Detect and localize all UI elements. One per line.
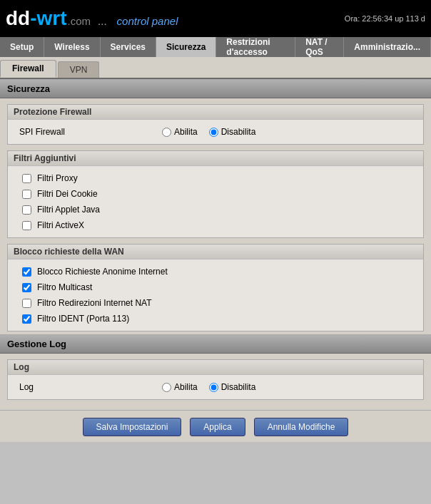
logo-cp: control panel [117,15,178,27]
nav-setup[interactable]: Setup [0,37,44,57]
page-section-title: Sicurezza [0,79,431,98]
log-subsection-title: Log [8,360,423,375]
log-disable-text: Disabilita [221,382,256,392]
logo: dd-wrt.com ... control panel [6,7,178,30]
nav-sicurezza[interactable]: Sicurezza [156,37,216,57]
filter-cookie-label[interactable]: Filtri Dei Cookie [37,189,98,199]
firewall-protection-section: Protezione Firewall SPI Firewall Abilita… [7,104,424,145]
logo-ellipsis: ... [98,15,107,27]
wan-ident-label[interactable]: Filtro IDENT (Porta 113) [37,314,129,324]
wan-anon-label[interactable]: Blocco Richieste Anonime Internet [37,267,168,277]
wan-ident-row: Filtro IDENT (Porta 113) [14,311,417,326]
subtabs: Firewall VPN [0,57,431,79]
wan-block-section: Blocco richieste della WAN Blocco Richie… [7,244,424,331]
header-status: Ora: 22:56:34 up 113 d [345,14,425,23]
spi-disable-label[interactable]: Disabilita [209,127,256,137]
wan-multicast-label[interactable]: Filtro Multicast [37,282,92,292]
apply-button[interactable]: Applica [190,418,245,436]
tab-firewall[interactable]: Firewall [0,60,56,78]
log-enable-radio[interactable] [162,383,171,392]
nav-amministrazione[interactable]: Amministrazio... [344,37,431,57]
spi-enable-text: Abilita [174,127,198,137]
logo-wrt: -wrt [30,7,66,30]
nav-restrizioni[interactable]: Restrizioni d'accesso [216,37,295,57]
spi-firewall-label: SPI Firewall [19,127,162,137]
spi-firewall-row: SPI Firewall Abilita Disabilita [14,124,417,140]
filter-proxy-row: Filtri Proxy [14,170,417,186]
filter-java-row: Filtri Applet Java [14,202,417,217]
button-bar: Salva Impostazioni Applica Annulla Modif… [0,410,431,442]
additional-filters-content: Filtri Proxy Filtri Dei Cookie Filtri Ap… [8,166,423,237]
content-panel: Protezione Firewall SPI Firewall Abilita… [0,104,431,410]
filter-activex-label[interactable]: Filtri ActiveX [37,220,84,230]
log-section: Log Log Abilita Disabilita [7,359,424,400]
spi-firewall-radio-group: Abilita Disabilita [162,127,255,137]
log-enable-text: Abilita [174,382,198,392]
logo-dd: dd [6,7,30,30]
logo-dotcom: .com [68,15,91,27]
additional-filters-section: Filtri Aggiuntivi Filtri Proxy Filtri De… [7,150,424,238]
wan-nat-row: Filtro Redirezioni Internet NAT [14,295,417,311]
wan-ident-checkbox[interactable] [22,314,31,324]
logo-area: dd-wrt.com ... control panel [6,7,178,30]
save-button[interactable]: Salva Impostazioni [83,418,182,436]
spi-enable-label[interactable]: Abilita [162,127,198,137]
log-label: Log [19,382,162,392]
filter-java-checkbox[interactable] [22,205,31,215]
wan-nat-label[interactable]: Filtro Redirezioni Internet NAT [37,298,152,308]
tab-vpn[interactable]: VPN [58,61,100,78]
wan-block-title: Blocco richieste della WAN [8,245,423,259]
spi-disable-text: Disabilita [221,127,256,137]
header: dd-wrt.com ... control panel Ora: 22:56:… [0,0,431,37]
filter-cookie-checkbox[interactable] [22,190,31,199]
log-disable-radio[interactable] [209,383,218,392]
cancel-button[interactable]: Annulla Modifiche [254,418,349,436]
firewall-protection-content: SPI Firewall Abilita Disabilita [8,120,423,144]
log-enable-label[interactable]: Abilita [162,382,198,392]
top-navigation: Setup Wireless Services Sicurezza Restri… [0,37,431,57]
wan-anon-row: Blocco Richieste Anonime Internet [14,264,417,279]
nav-wireless[interactable]: Wireless [44,37,100,57]
wan-anon-checkbox[interactable] [22,267,31,277]
firewall-protection-title: Protezione Firewall [8,105,423,120]
wan-multicast-checkbox[interactable] [22,283,31,292]
filter-proxy-checkbox[interactable] [22,174,31,183]
nav-services[interactable]: Services [101,37,156,57]
additional-filters-title: Filtri Aggiuntivi [8,151,423,166]
main-content: Sicurezza Protezione Firewall SPI Firewa… [0,79,431,442]
spi-enable-radio[interactable] [162,128,171,137]
filter-java-label[interactable]: Filtri Applet Java [37,205,100,215]
log-row: Log Abilita Disabilita [14,379,417,395]
log-section-title: Gestione Log [0,334,431,354]
wan-block-content: Blocco Richieste Anonime Internet Filtro… [8,259,423,331]
filter-proxy-label[interactable]: Filtri Proxy [37,173,78,183]
log-radio-group: Abilita Disabilita [162,382,255,392]
filter-activex-checkbox[interactable] [22,221,31,230]
nav-natqos[interactable]: NAT / QoS [295,37,344,57]
wan-nat-checkbox[interactable] [22,299,31,308]
wan-multicast-row: Filtro Multicast [14,279,417,295]
filter-activex-row: Filtri ActiveX [14,217,417,233]
filter-cookie-row: Filtri Dei Cookie [14,186,417,202]
log-content: Log Abilita Disabilita [8,375,423,399]
log-disable-label[interactable]: Disabilita [209,382,256,392]
spi-disable-radio[interactable] [209,128,218,137]
